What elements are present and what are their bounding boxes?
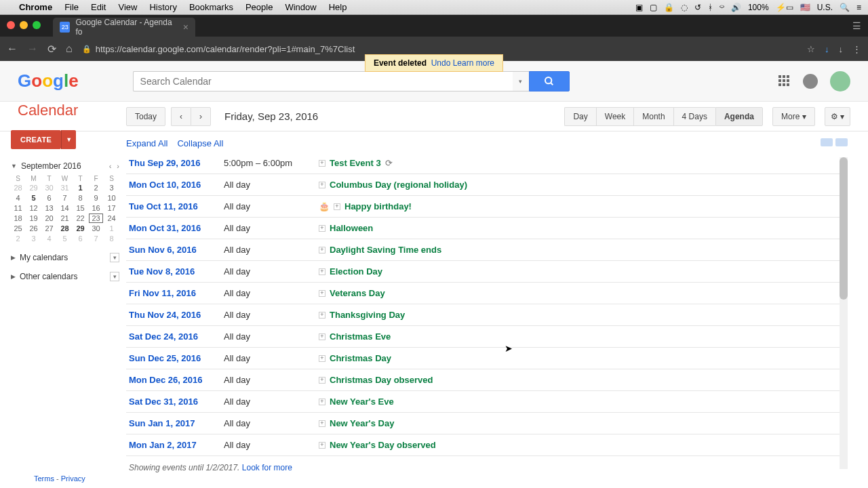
event-title[interactable]: +Thanksgiving Day bbox=[319, 310, 405, 320]
mini-day[interactable]: 16 bbox=[89, 203, 103, 213]
view-month[interactable]: Month bbox=[633, 107, 673, 126]
tab-close-button[interactable]: × bbox=[183, 22, 189, 33]
agenda-row[interactable]: Tue Oct 11, 2016All day🎂+Happy birthday! bbox=[126, 196, 848, 218]
mini-day[interactable]: 3 bbox=[26, 234, 41, 243]
expand-event-icon[interactable]: + bbox=[319, 333, 326, 340]
mini-day[interactable]: 4 bbox=[11, 193, 25, 203]
search-dropdown[interactable]: ▾ bbox=[513, 71, 529, 92]
home-button[interactable]: ⌂ bbox=[66, 43, 73, 55]
event-title[interactable]: +Christmas Day observed bbox=[319, 375, 433, 385]
browser-tab[interactable]: 23 Google Calendar - Agenda fo × bbox=[53, 18, 195, 37]
mini-day[interactable]: 30 bbox=[89, 224, 103, 233]
mini-day[interactable]: 3 bbox=[104, 183, 119, 192]
bookmark-star-icon[interactable]: ☆ bbox=[807, 44, 815, 54]
agenda-row[interactable]: Thu Sep 29, 20165:00pm – 6:00pm+Test Eve… bbox=[126, 152, 848, 174]
event-title[interactable]: +New Year's Day bbox=[319, 418, 394, 428]
view-day[interactable]: Day bbox=[564, 107, 595, 126]
mini-day[interactable]: 15 bbox=[73, 203, 87, 213]
bluetooth-icon[interactable]: ᚼ bbox=[708, 3, 713, 12]
my-calendars-menu[interactable]: ▾ bbox=[110, 253, 119, 262]
event-date[interactable]: Mon Oct 10, 2016 bbox=[129, 180, 224, 190]
mini-day[interactable]: 28 bbox=[11, 183, 25, 192]
google-logo[interactable]: Google bbox=[18, 70, 79, 92]
agenda-row[interactable]: Mon Oct 31, 2016All day+Halloween bbox=[126, 218, 848, 239]
learn-more-link[interactable]: Learn more bbox=[453, 58, 494, 68]
event-date[interactable]: Sun Nov 6, 2016 bbox=[129, 245, 224, 255]
expand-event-icon[interactable]: + bbox=[319, 442, 326, 449]
mini-day[interactable]: 18 bbox=[11, 214, 25, 223]
undo-link[interactable]: Undo bbox=[431, 58, 451, 68]
event-date[interactable]: Thu Sep 29, 2016 bbox=[129, 158, 224, 168]
apps-icon[interactable] bbox=[778, 75, 791, 87]
scrollbar[interactable] bbox=[840, 157, 848, 469]
menu-history[interactable]: History bbox=[149, 2, 176, 12]
event-date[interactable]: Tue Oct 11, 2016 bbox=[129, 201, 224, 211]
account-avatar[interactable] bbox=[830, 71, 850, 92]
event-title[interactable]: +Daylight Saving Time ends bbox=[319, 245, 441, 255]
print-icon[interactable] bbox=[821, 138, 833, 146]
event-title[interactable]: +Christmas Day bbox=[319, 353, 391, 363]
mini-day[interactable]: 2 bbox=[11, 234, 25, 243]
mini-day[interactable]: 7 bbox=[58, 193, 72, 203]
spotlight-icon[interactable]: 🔍 bbox=[840, 3, 850, 12]
mini-day[interactable]: 25 bbox=[11, 224, 25, 233]
mini-day[interactable]: 30 bbox=[42, 183, 56, 192]
expand-event-icon[interactable]: + bbox=[319, 225, 326, 232]
event-date[interactable]: Sat Dec 24, 2016 bbox=[129, 331, 224, 342]
back-button[interactable]: ← bbox=[7, 43, 18, 55]
mini-day[interactable]: 2 bbox=[89, 183, 103, 192]
chrome-menu-icon[interactable]: ⋮ bbox=[852, 44, 861, 54]
menu-bookmarks[interactable]: Bookmarks bbox=[189, 2, 233, 12]
event-title[interactable]: 🎂+Happy birthday! bbox=[319, 201, 412, 211]
profile-icon[interactable]: ☰ bbox=[852, 20, 861, 31]
refresh-icon[interactable] bbox=[835, 138, 848, 146]
event-title[interactable]: +Test Event 3⟳ bbox=[319, 158, 393, 168]
notifications-bell-icon[interactable] bbox=[803, 74, 818, 89]
mini-day[interactable]: 13 bbox=[42, 203, 56, 213]
mini-day[interactable]: 11 bbox=[11, 203, 25, 213]
wifi-icon[interactable]: ⌔ bbox=[719, 3, 724, 12]
maximize-window-button[interactable] bbox=[33, 21, 41, 29]
agenda-row[interactable]: Tue Nov 8, 2016All day+Election Day bbox=[126, 261, 848, 283]
event-title[interactable]: +Columbus Day (regional holiday) bbox=[319, 180, 467, 190]
download-arrow-icon[interactable]: ↓ bbox=[825, 44, 829, 54]
agenda-row[interactable]: Sun Nov 6, 2016All day+Daylight Saving T… bbox=[126, 239, 848, 261]
expand-event-icon[interactable]: + bbox=[319, 355, 326, 362]
terms-link[interactable]: Terms bbox=[34, 474, 54, 483]
mini-day[interactable]: 1 bbox=[73, 183, 87, 192]
agenda-row[interactable]: Sun Dec 25, 2016All day+Christmas Day bbox=[126, 348, 848, 369]
mini-day[interactable]: 6 bbox=[42, 193, 56, 203]
next-button[interactable]: › bbox=[191, 107, 211, 126]
view-agenda[interactable]: Agenda bbox=[715, 107, 763, 126]
expand-event-icon[interactable]: + bbox=[334, 203, 340, 210]
expand-event-icon[interactable]: + bbox=[319, 399, 326, 405]
menu-file[interactable]: File bbox=[64, 2, 79, 12]
notifications-icon[interactable]: ≡ bbox=[856, 3, 861, 12]
agenda-row[interactable]: Mon Jan 2, 2017All day+New Year's Day ob… bbox=[126, 434, 848, 456]
battery-icon[interactable]: ⚡▭ bbox=[776, 3, 793, 12]
privacy-link[interactable]: Privacy bbox=[61, 474, 85, 483]
menu-edit[interactable]: Edit bbox=[91, 2, 106, 12]
mini-day[interactable]: 22 bbox=[73, 214, 87, 223]
settings-button[interactable]: ⚙ ▾ bbox=[825, 107, 850, 126]
look-for-more-link[interactable]: Look for more bbox=[242, 463, 292, 472]
today-button[interactable]: Today bbox=[126, 107, 165, 126]
mini-day[interactable]: 17 bbox=[104, 203, 119, 213]
menu-app[interactable]: Chrome bbox=[19, 2, 52, 12]
view-week[interactable]: Week bbox=[596, 107, 633, 126]
event-date[interactable]: Tue Nov 8, 2016 bbox=[129, 266, 224, 277]
flag-icon[interactable]: 🇺🇸 bbox=[800, 3, 810, 12]
expand-event-icon[interactable]: + bbox=[319, 290, 326, 297]
menu-people[interactable]: People bbox=[245, 2, 273, 12]
mini-day[interactable]: 28 bbox=[58, 224, 72, 233]
timemachine-icon[interactable]: ↺ bbox=[694, 3, 701, 12]
close-window-button[interactable] bbox=[7, 21, 15, 29]
event-title[interactable]: +Christmas Eve bbox=[319, 331, 391, 342]
download-icon[interactable]: ↓ bbox=[839, 44, 844, 54]
create-button[interactable]: CREATE bbox=[11, 130, 61, 149]
mini-day[interactable]: 6 bbox=[73, 234, 87, 243]
event-date[interactable]: Sun Jan 1, 2017 bbox=[129, 418, 224, 428]
screenshare-icon[interactable]: ▣ bbox=[635, 3, 643, 12]
expand-event-icon[interactable]: + bbox=[319, 268, 326, 275]
mini-day[interactable]: 12 bbox=[26, 203, 41, 213]
